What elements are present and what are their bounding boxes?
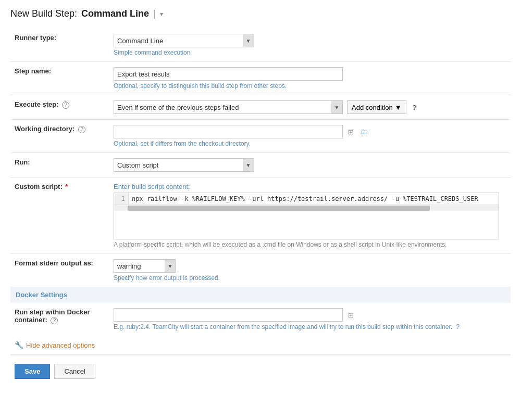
execute-step-label: Execute step: ?	[10, 95, 109, 120]
add-condition-help-icon[interactable]: ?	[413, 104, 416, 111]
working-directory-input[interactable]	[114, 125, 343, 138]
title-prefix: New Build Step:	[10, 8, 77, 19]
docker-input-row: ⊞	[114, 308, 506, 322]
docker-folder-button[interactable]: ⊞	[345, 309, 356, 321]
title-main: Command Line	[81, 8, 149, 19]
runner-type-content: Command Line ▼ Simple command execution	[109, 29, 511, 62]
working-directory-content: ⊞ 🗂 Optional, set if differs from the ch…	[109, 120, 511, 153]
runner-type-hint: Simple command execution	[114, 49, 506, 56]
script-content[interactable]: npx railflow -k %RAILFLOW_KEY% -url http…	[129, 193, 481, 205]
cancel-button[interactable]: Cancel	[54, 364, 95, 379]
step-name-label: Step name:	[10, 62, 109, 95]
working-directory-hint: Optional, set if differs from the checko…	[114, 140, 506, 147]
runner-type-select[interactable]: Command Line	[114, 34, 254, 47]
execute-step-select-wrapper: Even if some of the previous steps faile…	[114, 100, 343, 114]
docker-container-content: ⊞ E.g. ruby:2.4. TeamCity will start a c…	[109, 303, 511, 336]
docker-container-row: Run step within Docker container: ? ⊞ E.…	[10, 303, 511, 336]
working-directory-label: Working directory: ?	[10, 120, 109, 153]
tree-icon: ⊞	[348, 128, 354, 136]
add-condition-label: Add condition	[352, 104, 393, 111]
save-button[interactable]: Save	[15, 364, 50, 379]
execute-step-content: Even if some of the previous steps faile…	[109, 95, 511, 120]
title-divider: |	[153, 8, 156, 19]
working-directory-row-inner: ⊞ 🗂	[114, 125, 506, 138]
add-condition-arrow-icon: ▼	[395, 104, 402, 111]
run-row: Run: Custom script ▼	[10, 153, 511, 177]
step-name-hint: Optional, specify to distinguish this bu…	[114, 82, 506, 90]
execute-step-help-icon[interactable]: ?	[62, 101, 69, 109]
working-directory-row: Working directory: ? ⊞ 🗂 Optional, set i…	[10, 120, 511, 153]
build-step-form: Runner type: Command Line ▼ Simple comma…	[10, 29, 511, 287]
run-label: Run:	[10, 153, 109, 177]
custom-script-content: Enter build script content: 1 npx railfl…	[109, 177, 511, 254]
docker-hint-help-icon[interactable]: ?	[456, 323, 460, 330]
working-directory-folder-button[interactable]: 🗂	[358, 126, 370, 137]
format-stderr-hint: Specify how error output is processed.	[114, 274, 506, 282]
format-stderr-content: warning error normal ▼ Specify how error…	[109, 254, 511, 287]
format-stderr-select[interactable]: warning error normal	[114, 259, 176, 273]
run-select[interactable]: Custom script	[114, 158, 254, 172]
wrench-icon: 🔧	[15, 341, 23, 349]
docker-settings-header: Docker Settings	[10, 287, 511, 303]
runner-type-label: Runner type:	[10, 29, 109, 62]
custom-script-label: Custom script: *	[10, 177, 109, 254]
add-condition-button[interactable]: Add condition ▼	[347, 100, 406, 114]
buttons-row: Save Cancel	[10, 355, 511, 387]
page-title: New Build Step: Command Line | ▾	[10, 8, 511, 19]
docker-folder-icon: ⊞	[348, 311, 354, 319]
script-editor-inner: 1 npx railflow -k %RAILFLOW_KEY% -url ht…	[114, 193, 499, 205]
execute-step-row: Execute step: ? Even if some of the prev…	[10, 95, 511, 120]
script-scrollbar-thumb	[128, 206, 430, 211]
custom-script-hint: A platform-specific script, which will b…	[114, 241, 506, 248]
runner-type-row: Runner type: Command Line ▼ Simple comma…	[10, 29, 511, 62]
custom-script-required: *	[65, 183, 68, 190]
runner-type-select-wrapper: Command Line ▼	[114, 34, 254, 47]
script-scrollbar[interactable]	[114, 205, 499, 211]
format-stderr-row: Format stderr output as: warning error n…	[10, 254, 511, 287]
title-dropdown-icon[interactable]: ▾	[160, 10, 163, 18]
run-content: Custom script ▼	[109, 153, 511, 177]
script-line-numbers: 1	[114, 193, 129, 205]
format-stderr-select-wrapper: warning error normal ▼	[114, 259, 176, 273]
custom-script-row: Custom script: * Enter build script cont…	[10, 177, 511, 254]
advanced-options-section: 🔧 Hide advanced options	[10, 336, 511, 354]
hide-advanced-options-link[interactable]: 🔧 Hide advanced options	[10, 336, 511, 354]
step-name-row: Step name: Optional, specify to distingu…	[10, 62, 511, 95]
docker-container-help-icon[interactable]: ?	[51, 317, 58, 324]
custom-script-editor[interactable]: 1 npx railflow -k %RAILFLOW_KEY% -url ht…	[114, 193, 499, 239]
working-directory-tree-button[interactable]: ⊞	[345, 126, 356, 137]
docker-settings-form: Run step within Docker container: ? ⊞ E.…	[10, 303, 511, 336]
format-stderr-label: Format stderr output as:	[10, 254, 109, 287]
docker-container-label: Run step within Docker container: ?	[10, 303, 109, 336]
advanced-options-label: Hide advanced options	[26, 341, 95, 349]
working-directory-help-icon[interactable]: ?	[78, 126, 85, 133]
custom-script-editor-label: Enter build script content:	[114, 183, 506, 190]
docker-container-hint: E.g. ruby:2.4. TeamCity will start a con…	[114, 323, 506, 330]
execute-step-select[interactable]: Even if some of the previous steps faile…	[114, 100, 343, 114]
step-name-input[interactable]	[114, 67, 343, 81]
page-container: New Build Step: Command Line | ▾ Runner …	[0, 0, 521, 396]
run-select-wrapper: Custom script ▼	[114, 158, 254, 172]
docker-container-input[interactable]	[114, 308, 343, 322]
execute-step-row-inner: Even if some of the previous steps faile…	[114, 100, 506, 114]
step-name-content: Optional, specify to distinguish this bu…	[109, 62, 511, 95]
folder-icon: 🗂	[361, 128, 368, 136]
